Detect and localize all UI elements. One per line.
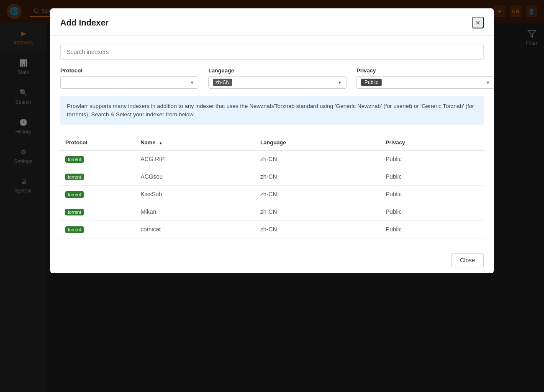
language-label: Language xyxy=(208,67,346,74)
add-indexer-modal: Add Indexer × Protocol torrent usenet xyxy=(50,8,494,273)
cell-name: ACGsou xyxy=(136,168,255,185)
filters-row: Protocol torrent usenet Language zh-CN xyxy=(60,67,484,89)
sort-arrow-name: ▲ xyxy=(159,141,163,145)
col-language-label: Language xyxy=(260,139,286,146)
modal-body: Protocol torrent usenet Language zh-CN xyxy=(50,36,494,247)
protocol-label: Protocol xyxy=(60,67,198,74)
language-badge: zh-CN xyxy=(213,79,232,86)
modal-footer: Close xyxy=(50,247,494,273)
cell-privacy: Public xyxy=(381,150,484,168)
cell-protocol: torrent xyxy=(60,168,136,185)
cell-language: zh-CN xyxy=(255,168,381,185)
torrent-badge: torrent xyxy=(65,226,84,233)
modal-overlay: Add Indexer × Protocol torrent usenet xyxy=(0,0,544,392)
col-protocol: Protocol xyxy=(60,135,136,150)
cell-name: Mikan xyxy=(136,203,255,220)
col-privacy-label: Privacy xyxy=(386,139,405,146)
cell-name: KissSub xyxy=(136,185,255,203)
privacy-select-wrapper[interactable]: Public ▼ xyxy=(357,76,494,89)
cell-language: zh-CN xyxy=(255,203,381,220)
info-box: Prowlarr supports many indexers in addit… xyxy=(60,96,484,125)
table-row[interactable]: torrent ACGsou zh-CN Public xyxy=(60,168,484,185)
cell-protocol: torrent xyxy=(60,203,136,220)
cell-language: zh-CN xyxy=(255,185,381,203)
indexer-table: Protocol Name ▲ Language Privacy xyxy=(60,135,484,238)
table-row[interactable]: torrent comicat zh-CN Public xyxy=(60,220,484,238)
col-privacy: Privacy xyxy=(381,135,484,150)
info-text: Prowlarr supports many indexers in addit… xyxy=(67,103,474,118)
table-row[interactable]: torrent ACG.RIP zh-CN Public xyxy=(60,150,484,168)
modal-header: Add Indexer × xyxy=(50,8,494,36)
torrent-badge: torrent xyxy=(65,156,84,163)
cell-protocol: torrent xyxy=(60,220,136,238)
col-name[interactable]: Name ▲ xyxy=(136,135,255,150)
protocol-select-wrapper[interactable]: torrent usenet xyxy=(60,76,198,89)
torrent-badge: torrent xyxy=(65,209,84,215)
cell-language: zh-CN xyxy=(255,150,381,168)
close-button[interactable]: Close xyxy=(451,253,484,267)
language-select-wrapper[interactable]: zh-CN ▼ xyxy=(208,76,346,89)
table-header: Protocol Name ▲ Language Privacy xyxy=(60,135,484,150)
cell-privacy: Public xyxy=(381,220,484,238)
cell-name: ACG.RIP xyxy=(136,150,255,168)
cell-language: zh-CN xyxy=(255,220,381,238)
language-filter: Language zh-CN ▼ xyxy=(208,67,346,89)
table-body: torrent ACG.RIP zh-CN Public torrent ACG… xyxy=(60,150,484,238)
table-row[interactable]: torrent Mikan zh-CN Public xyxy=(60,203,484,220)
privacy-dropdown-arrow: ▼ xyxy=(486,80,490,85)
table-row[interactable]: torrent KissSub zh-CN Public xyxy=(60,185,484,203)
col-protocol-label: Protocol xyxy=(65,139,87,146)
cell-protocol: torrent xyxy=(60,150,136,168)
modal-close-button[interactable]: × xyxy=(472,17,484,28)
cell-privacy: Public xyxy=(381,185,484,203)
cell-name: comicat xyxy=(136,220,255,238)
col-name-label: Name xyxy=(141,139,155,146)
modal-title: Add Indexer xyxy=(60,18,109,28)
protocol-select[interactable]: torrent usenet xyxy=(60,76,198,89)
cell-protocol: torrent xyxy=(60,185,136,203)
protocol-filter: Protocol torrent usenet xyxy=(60,67,198,89)
torrent-badge: torrent xyxy=(65,191,84,198)
col-language: Language xyxy=(255,135,381,150)
cell-privacy: Public xyxy=(381,168,484,185)
language-dropdown-arrow: ▼ xyxy=(338,80,342,85)
torrent-badge: torrent xyxy=(65,174,84,180)
search-indexers-input[interactable] xyxy=(60,44,484,60)
privacy-label: Privacy xyxy=(357,67,494,74)
privacy-filter: Privacy Public ▼ xyxy=(357,67,494,89)
privacy-badge: Public xyxy=(361,79,382,86)
cell-privacy: Public xyxy=(381,203,484,220)
